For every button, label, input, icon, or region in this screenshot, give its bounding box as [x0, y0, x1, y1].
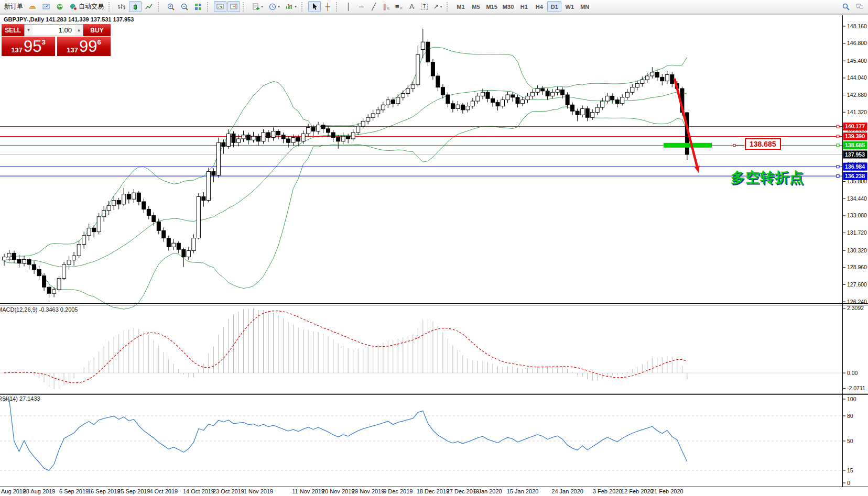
timeframe-mn-button[interactable]: MN [578, 1, 592, 12]
toolbar-separator [447, 2, 451, 12]
fibo-icon: ≡ [395, 3, 399, 10]
svg-text:-2.0711: -2.0711 [847, 385, 865, 391]
trendline-button[interactable]: ╱ [368, 1, 379, 12]
tile-windows-button[interactable] [192, 1, 204, 12]
profiles-button[interactable]: ▾ [266, 1, 282, 12]
price-axis[interactable]: 148.160146.800145.400144.040142.680141.3… [843, 23, 867, 486]
navigator-button[interactable] [40, 1, 52, 12]
autotrading-button[interactable]: 自动交易 [67, 1, 106, 12]
svg-text:11 Nov 2019: 11 Nov 2019 [292, 488, 324, 494]
svg-text:139.390: 139.390 [845, 133, 865, 139]
candlestick-icon [131, 3, 139, 11]
timeframe-m30-button[interactable]: M30 [501, 1, 516, 12]
channel-letter: E [387, 6, 390, 10]
svg-text:131.720: 131.720 [847, 229, 867, 236]
chart-shift-button[interactable] [227, 1, 240, 12]
cursor-button[interactable] [308, 1, 321, 12]
trendline-icon: ╱ [372, 3, 376, 10]
candlestick-button[interactable] [129, 1, 142, 12]
timeframe-h4-button[interactable]: H4 [532, 1, 546, 12]
svg-text:80: 80 [847, 413, 853, 419]
label-icon: T [421, 4, 427, 10]
sell-button[interactable]: SELL [2, 24, 24, 36]
indicators-button[interactable]: ▾ [283, 1, 299, 12]
chart-canvas[interactable]: 148.160146.800145.400144.040142.680141.3… [0, 0, 868, 496]
svg-text:4 Oct 2019: 4 Oct 2019 [149, 488, 178, 494]
line-chart-button[interactable] [143, 1, 155, 12]
svg-text:128.960: 128.960 [847, 264, 867, 270]
label-button[interactable]: T [419, 1, 430, 12]
new-chart-button[interactable]: ▾ [249, 1, 265, 12]
vline-button[interactable]: │ [343, 1, 354, 12]
market-watch-button[interactable] [26, 1, 39, 12]
buy-button[interactable]: BUY [83, 24, 111, 36]
highlight-band[interactable] [664, 143, 712, 148]
fibo-letter: F [400, 6, 403, 10]
svg-text:136.984: 136.984 [845, 163, 865, 170]
toolbar-separator [243, 2, 247, 12]
gold-bar-icon [28, 3, 37, 11]
svg-text:126.240: 126.240 [847, 299, 867, 305]
svg-text:18 Dec 2019: 18 Dec 2019 [417, 488, 449, 494]
svg-text:12 Feb 2020: 12 Feb 2020 [621, 488, 654, 494]
svg-text:134.440: 134.440 [847, 195, 867, 202]
svg-text:Aug 2019: Aug 2019 [1, 488, 26, 494]
sell-price[interactable]: 137953 [2, 37, 55, 56]
timeframe-w1-button[interactable]: W1 [562, 1, 577, 12]
buy-price-figure: 137 [67, 46, 78, 54]
channel-button[interactable]: ∥E [381, 1, 392, 12]
new-order-button[interactable]: 新订单 [2, 1, 25, 12]
candlestick-series [3, 29, 689, 298]
crosshair-button[interactable]: ┼ [322, 1, 333, 12]
svg-text:100: 100 [847, 396, 856, 402]
hline-button[interactable]: ─ [355, 1, 367, 12]
hline-icon: ─ [359, 3, 363, 10]
timeframe-m15-button[interactable]: M15 [484, 1, 499, 12]
svg-text:138.685: 138.685 [845, 142, 865, 148]
svg-text:137.953: 137.953 [845, 151, 865, 158]
price-levels[interactable] [0, 125, 843, 178]
toolbar-separator [158, 2, 162, 12]
svg-text:23 Oct 2019: 23 Oct 2019 [213, 488, 244, 494]
chat-button[interactable] [853, 1, 866, 12]
new-order-button-label: 新订单 [4, 2, 23, 11]
svg-text:20 Nov 2019: 20 Nov 2019 [322, 488, 354, 494]
buy-price[interactable]: 137996 [57, 37, 111, 56]
bar-chart-button[interactable] [115, 1, 128, 12]
svg-text:50: 50 [847, 438, 853, 444]
timeframe-h1-button[interactable]: H1 [517, 1, 531, 12]
svg-text:15 Jan 2020: 15 Jan 2020 [507, 488, 539, 494]
one-click-trading-panel: SELL ▼ ▲ BUY 137953 137996 [2, 24, 111, 56]
zoom-in-button[interactable] [165, 1, 177, 12]
clock-icon [268, 3, 277, 11]
timeframe-d1-button[interactable]: D1 [547, 1, 561, 12]
volume-down-button[interactable]: ▼ [25, 25, 32, 36]
tile-windows-icon [194, 3, 202, 11]
svg-text:15: 15 [847, 467, 853, 473]
search-button[interactable] [840, 1, 852, 12]
svg-text:24 Jan 2020: 24 Jan 2020 [551, 488, 583, 494]
svg-text:6 Sep 2019: 6 Sep 2019 [59, 488, 89, 494]
text-button[interactable]: A [406, 1, 418, 12]
autotrading-icon [69, 3, 78, 11]
price-callout-label[interactable]: 138.685 [745, 138, 781, 150]
timeframe-m1-button[interactable]: M1 [453, 1, 468, 12]
rsi-pane [0, 399, 843, 470]
date-axis[interactable]: Aug 201928 Aug 20196 Sep 201916 Sep 2019… [1, 488, 683, 494]
svg-text:145.400: 145.400 [847, 58, 867, 64]
svg-text:0: 0 [847, 480, 850, 486]
svg-text:140.177: 140.177 [845, 123, 865, 129]
signals-button[interactable] [53, 1, 66, 12]
zoom-out-button[interactable] [178, 1, 191, 12]
volume-up-button[interactable]: ▲ [75, 25, 83, 36]
auto-scroll-icon [216, 3, 224, 11]
fibo-button[interactable]: ≡F [393, 1, 405, 12]
timeframe-m5-button[interactable]: M5 [469, 1, 483, 12]
volume-input[interactable] [32, 25, 75, 36]
arrows-button[interactable]: ↗▾ [431, 1, 444, 12]
toolbar-separator [301, 2, 306, 12]
vline-icon: │ [346, 3, 351, 10]
auto-scroll-button[interactable] [214, 1, 226, 12]
svg-text:1 Nov 2019: 1 Nov 2019 [244, 488, 273, 494]
annotation-text[interactable]: 多空转折点 [731, 168, 804, 187]
